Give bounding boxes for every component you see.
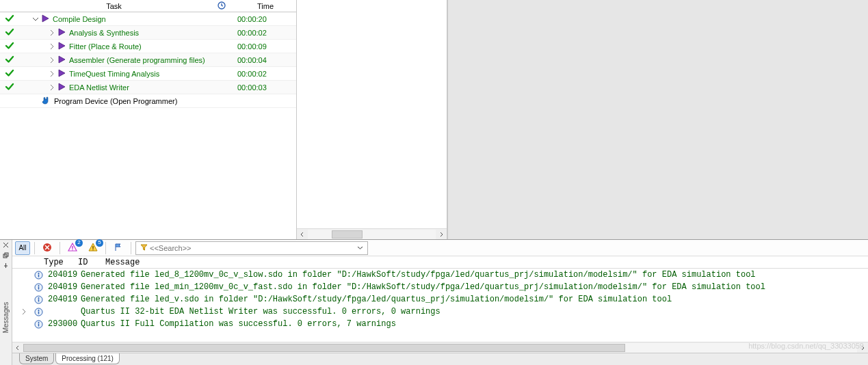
messages-search[interactable] (135, 241, 368, 255)
messages-tab[interactable]: Processing (121) (55, 353, 120, 364)
messages-scrollbar[interactable] (12, 342, 868, 353)
check-icon (5, 41, 14, 52)
play-icon (57, 42, 66, 51)
task-label: Program Device (Open Programmer) (52, 97, 177, 105)
task-status (0, 27, 19, 38)
task-row[interactable]: TimeQuest Timing Analysis00:00:02 (0, 67, 296, 81)
chevron-right-icon[interactable] (12, 308, 29, 315)
task-tree: TimeQuest Timing Analysis (19, 69, 235, 79)
message-text: Quartus II Full Compilation was successf… (81, 319, 868, 329)
middle-scrollbar[interactable] (297, 228, 447, 239)
svg-point-7 (38, 273, 39, 274)
messages-tabs: SystemProcessing (121) (12, 353, 868, 365)
task-tree: EDA Netlist Writer (19, 83, 235, 92)
message-row[interactable]: 204019Generated file led_v.sdo in folder… (12, 293, 868, 306)
task-tree: Fitter (Place & Route) (19, 42, 235, 51)
svg-rect-14 (38, 299, 38, 301)
chevron-right-icon[interactable] (48, 83, 56, 92)
svg-point-4 (72, 249, 73, 250)
message-text: Generated file led_8_1200mv_0c_v_slow.sd… (81, 270, 868, 280)
tasks-panel: Task Time Compile Design00:00:20Analysis… (0, 0, 297, 239)
play-icon (57, 83, 66, 92)
svg-point-13 (38, 297, 39, 299)
svg-rect-8 (38, 274, 38, 277)
message-row[interactable]: Quartus II 32-bit EDA Netlist Writer was… (12, 306, 868, 318)
tasks-col-stat[interactable] (209, 1, 235, 11)
filter-flag-button[interactable] (110, 241, 127, 255)
check-icon (5, 55, 14, 66)
task-time: 00:00:09 (235, 42, 296, 51)
scroll-left-icon[interactable] (12, 342, 23, 353)
task-row[interactable]: Fitter (Place & Route)00:00:09 (0, 40, 296, 53)
scroll-right-icon[interactable] (436, 229, 447, 240)
task-status (0, 82, 19, 93)
task-tree: Assembler (Generate programming files) (19, 55, 235, 65)
play-icon (41, 14, 49, 24)
task-label: Analysis & Synthesis (67, 29, 139, 37)
right-empty-panel (447, 0, 868, 239)
messages-header-row: Type ID Message (12, 256, 868, 269)
svg-rect-20 (38, 323, 38, 326)
info-icon (29, 283, 48, 292)
messages-search-input[interactable] (148, 243, 355, 253)
message-row[interactable]: 293000Quartus II Full Compilation was su… (12, 318, 868, 330)
messages-col-type[interactable]: Type (44, 258, 78, 267)
task-tree: Program Device (Open Programmer) (19, 96, 235, 107)
check-icon (5, 27, 14, 38)
task-row[interactable]: Assembler (Generate programming files)00… (0, 53, 296, 67)
funnel-icon (139, 244, 148, 252)
messages-col-id[interactable]: ID (78, 258, 105, 267)
message-id: 293000 (48, 319, 81, 329)
check-icon (5, 68, 14, 79)
filter-critical-button[interactable]: 2 (64, 241, 81, 255)
task-status (0, 41, 19, 52)
message-row[interactable]: 204019Generated file led_8_1200mv_0c_v_s… (12, 269, 868, 281)
task-label: Compile Design (51, 15, 106, 23)
task-label: Fitter (Place & Route) (67, 42, 142, 51)
undock-icon[interactable] (1, 251, 11, 260)
info-icon (29, 271, 48, 280)
chevron-right-icon[interactable] (48, 56, 56, 64)
flag-icon (114, 243, 123, 254)
check-icon (5, 14, 14, 25)
task-row[interactable]: Program Device (Open Programmer) (0, 94, 296, 108)
task-label: EDA Netlist Writer (67, 83, 129, 92)
play-icon (57, 69, 66, 79)
task-status (0, 14, 19, 25)
task-label: TimeQuest Timing Analysis (67, 70, 159, 78)
task-row[interactable]: Analysis & Synthesis00:00:02 (0, 26, 296, 40)
message-row[interactable]: 204019Generated file led_min_1200mv_0c_v… (12, 281, 868, 293)
message-id: 204019 (48, 295, 81, 304)
chevron-right-icon[interactable] (48, 70, 56, 78)
tasks-header: Task Time (0, 0, 296, 12)
svg-point-5 (92, 249, 94, 250)
task-time: 00:00:02 (235, 70, 296, 78)
clock-icon (218, 1, 226, 11)
filter-warning-button[interactable]: 5 (85, 241, 101, 255)
messages-sidebar-label: Messages (2, 302, 10, 334)
chevron-right-icon[interactable] (48, 42, 56, 51)
scroll-thumb[interactable] (332, 230, 363, 239)
task-status (0, 55, 19, 66)
message-text: Quartus II 32-bit EDA Netlist Writer was… (81, 307, 868, 316)
svg-point-10 (38, 285, 39, 286)
scroll-thumb[interactable] (23, 344, 625, 352)
messages-tab[interactable]: System (19, 353, 54, 364)
task-time: 00:00:20 (235, 15, 296, 23)
filter-all-button[interactable]: All (15, 241, 30, 255)
check-icon (5, 82, 14, 93)
dropdown-icon[interactable] (355, 244, 365, 252)
messages-col-message[interactable]: Message (105, 258, 868, 267)
task-row[interactable]: EDA Netlist Writer00:00:03 (0, 81, 296, 94)
scroll-left-icon[interactable] (297, 229, 308, 240)
pin-icon[interactable] (1, 261, 11, 270)
scroll-right-icon[interactable] (857, 342, 868, 353)
task-row[interactable]: Compile Design00:00:20 (0, 12, 296, 26)
close-icon[interactable] (1, 241, 11, 249)
chevron-right-icon[interactable] (48, 29, 56, 37)
tasks-col-task[interactable]: Task (19, 2, 209, 10)
svg-point-19 (38, 322, 39, 323)
filter-error-button[interactable] (39, 241, 55, 255)
chevron-down-icon[interactable] (31, 15, 40, 23)
tasks-col-time[interactable]: Time (235, 2, 296, 10)
